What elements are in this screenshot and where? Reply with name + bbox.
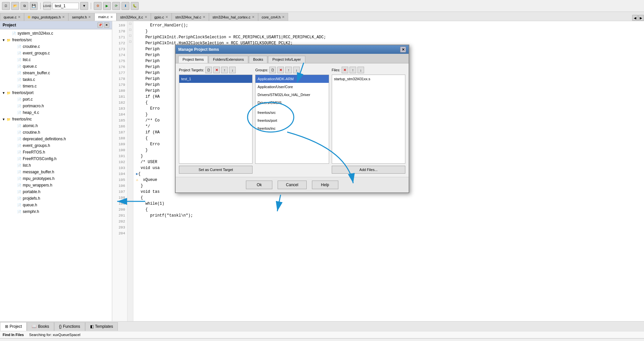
- tab-semphr-h[interactable]: semphr.h ✕: [68, 13, 94, 21]
- group-item-freertos-port[interactable]: freertos/port: [255, 117, 328, 124]
- groups-down-btn[interactable]: ↓: [293, 67, 300, 73]
- group-item-freertos-src[interactable]: freertos/src: [255, 109, 328, 117]
- tree-item[interactable]: ▼📁freertos/port: [0, 89, 112, 96]
- tab-stm32l4xx-hal-cortex-c[interactable]: stm32l4xx_hal_cortex.c ✕: [209, 13, 258, 21]
- groups-up-btn[interactable]: ↑: [285, 67, 292, 73]
- tree-item[interactable]: 📄heap_4.c: [0, 109, 112, 116]
- targets-add-btn[interactable]: 🗋: [205, 67, 212, 73]
- tab-close-queue-c[interactable]: ✕: [18, 15, 20, 19]
- targets-up-btn[interactable]: ↑: [221, 67, 228, 73]
- toolbar-btn-copy[interactable]: ⧉: [20, 2, 28, 10]
- add-files-btn[interactable]: Add Files...: [332, 166, 405, 174]
- tree-item[interactable]: 📄FreeRTOS.h: [0, 149, 112, 155]
- tree-toggle[interactable]: ▼: [1, 38, 6, 42]
- tree-item[interactable]: 📄event_groups.c: [0, 50, 112, 56]
- files-down-btn[interactable]: ↓: [357, 67, 364, 73]
- set-current-target-btn[interactable]: Set as Current Target: [179, 166, 253, 174]
- targets-list[interactable]: test_1: [179, 75, 253, 164]
- tab-close-it[interactable]: ✕: [145, 15, 147, 19]
- fold-marker[interactable]: □: [127, 39, 133, 45]
- left-panel-close[interactable]: ✕: [104, 22, 109, 28]
- files-del-btn[interactable]: ✕: [342, 67, 348, 73]
- tab-stm32l4xx-hal-c[interactable]: stm32l4xx_hal.c ✕: [172, 13, 209, 21]
- tab-close-cortex[interactable]: ✕: [252, 15, 254, 19]
- dialog-tab-folders[interactable]: Folders/Extensions: [209, 56, 248, 63]
- files-list[interactable]: startup_stm32l431xx.s: [332, 75, 405, 164]
- toolbar-dropdown[interactable]: ▼: [80, 2, 88, 10]
- tree-item[interactable]: ▼📁freertos/src: [0, 37, 112, 43]
- tab-core-cm4-h[interactable]: core_cm4.h ✕: [258, 13, 288, 21]
- tree-item[interactable]: 📄projdefs.h: [0, 195, 112, 202]
- groups-add-btn[interactable]: 🗋: [269, 67, 276, 73]
- tree-item[interactable]: 📄queue.c: [0, 63, 112, 70]
- group-item-drivers-cmsis[interactable]: Drivers/CMSIS: [255, 99, 328, 107]
- dialog-tab-project-info[interactable]: Project Info/Layer: [268, 56, 305, 63]
- dialog-tab-books[interactable]: Books: [249, 56, 268, 63]
- targets-down-btn[interactable]: ↓: [229, 67, 236, 73]
- toolbar-btn-save[interactable]: 💾: [30, 2, 38, 10]
- tree-item[interactable]: 📄mpu_prototypes.h: [0, 175, 112, 182]
- tree-item[interactable]: 📄croutine.h: [0, 129, 112, 136]
- group-item-app-mdk[interactable]: Application/MDK-ARM: [255, 75, 328, 83]
- tabbar-scroll-right[interactable]: ▶: [638, 15, 644, 21]
- tree-item[interactable]: 📄tasks.c: [0, 76, 112, 83]
- toolbar-btn-build[interactable]: ▶: [103, 2, 111, 10]
- tree-toggle[interactable]: ▼: [1, 91, 6, 95]
- tab-close-hal[interactable]: ✕: [203, 15, 205, 19]
- group-item-app-user[interactable]: Application/User/Core: [255, 83, 328, 91]
- tree-item[interactable]: 📄mpu_wrappers.h: [0, 182, 112, 188]
- tab-main-c[interactable]: main.c ✕: [94, 13, 116, 21]
- toolbar-btn-target[interactable]: ⚙: [94, 2, 102, 10]
- tree-item[interactable]: 📄event_groups.h: [0, 142, 112, 149]
- tab-close-main[interactable]: ✕: [110, 15, 113, 19]
- fold-marker[interactable]: □: [127, 21, 133, 27]
- toolbar-btn-load[interactable]: LOAD: [43, 2, 51, 10]
- tree-item[interactable]: 📄portmacro.h: [0, 103, 112, 109]
- toolbar-btn-debug[interactable]: 🐛: [131, 2, 139, 10]
- tab-close-mpu[interactable]: ✕: [62, 15, 65, 19]
- tree-item[interactable]: 📄port.c: [0, 96, 112, 103]
- tree-item[interactable]: ▼📁freertos/inc: [0, 116, 112, 122]
- tab-close-core[interactable]: ✕: [282, 15, 285, 19]
- tab-queue-c[interactable]: queue.c ✕: [0, 13, 24, 21]
- toolbar-btn-download[interactable]: ⬇: [121, 2, 129, 10]
- tree-item[interactable]: 📄list.c: [0, 56, 112, 63]
- tree-item[interactable]: 📄stream_buffer.c: [0, 70, 112, 76]
- group-item-drivers-stm32[interactable]: Drivers/STM32L4xx_HAL_Driver: [255, 91, 328, 99]
- tree-item[interactable]: 📄portable.h: [0, 188, 112, 195]
- tree-toggle[interactable]: ▼: [1, 118, 6, 121]
- tree-item[interactable]: 📄timers.c: [0, 83, 112, 89]
- bottom-tab-project[interactable]: ⊞ Project: [0, 322, 27, 331]
- dialog-cancel-btn[interactable]: Cancel: [278, 181, 306, 189]
- tab-close-semphr[interactable]: ✕: [88, 15, 91, 19]
- toolbar-btn-new[interactable]: 🗋: [2, 2, 10, 10]
- files-up-btn[interactable]: ↑: [350, 67, 356, 73]
- group-item-freertos-inc[interactable]: freertos/inc: [255, 124, 328, 132]
- tree-item[interactable]: 📄atomic.h: [0, 122, 112, 129]
- fold-marker[interactable]: □: [127, 27, 133, 33]
- file-item-startup[interactable]: startup_stm32l431xx.s: [332, 75, 405, 83]
- bottom-tab-templates[interactable]: ◧ Templates: [85, 322, 118, 331]
- left-panel-pin[interactable]: 📌: [97, 22, 103, 28]
- tab-stm32l4xx-it-c[interactable]: stm32l4xx_it.c ✕: [117, 13, 151, 21]
- tab-mpu-prototypes-h[interactable]: mpu_prototypes.h ✕: [24, 13, 68, 21]
- tab-gpio-c[interactable]: gpio.c ✕: [151, 13, 172, 21]
- toolbar-project-name[interactable]: test_1: [52, 3, 79, 9]
- tab-close-gpio[interactable]: ✕: [165, 15, 168, 19]
- fold-marker[interactable]: □: [127, 33, 133, 39]
- dialog-ok-btn[interactable]: Ok: [246, 181, 272, 189]
- dialog-help-btn[interactable]: Help: [312, 181, 338, 189]
- tree-item[interactable]: 📄semphr.h: [0, 208, 112, 215]
- tree-item[interactable]: 📄deprecated_definitions.h: [0, 136, 112, 142]
- target-item-test1[interactable]: test_1: [179, 75, 252, 83]
- tree-item[interactable]: 📄queue.h: [0, 202, 112, 208]
- tabbar-scroll-left[interactable]: ◀: [632, 15, 638, 21]
- tree-item[interactable]: 📄list.h: [0, 162, 112, 169]
- tree-item[interactable]: 📄message_buffer.h: [0, 169, 112, 175]
- toolbar-btn-rebuild[interactable]: ⟳: [112, 2, 120, 10]
- groups-list[interactable]: Application/MDK-ARM Application/User/Cor…: [255, 75, 329, 164]
- dialog-tab-project-items[interactable]: Project Items: [178, 56, 208, 63]
- groups-del-btn[interactable]: ✕: [277, 67, 284, 73]
- tree-item[interactable]: 📄FreeRTOSConfig.h: [0, 155, 112, 162]
- bottom-tab-books[interactable]: 📖 Books: [27, 322, 54, 331]
